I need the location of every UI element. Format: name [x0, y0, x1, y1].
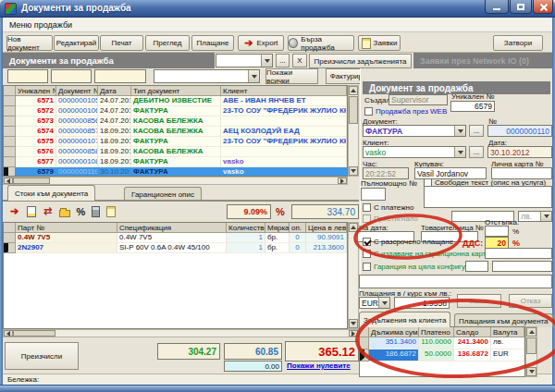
unique-number-field: 6579 [450, 101, 495, 112]
edit-item-icon[interactable] [24, 204, 38, 218]
proxy-field[interactable] [361, 188, 386, 201]
items-hscrollbar[interactable] [3, 329, 359, 337]
docs-hscrollbar[interactable] [3, 177, 348, 185]
item-row[interactable]: 0.4W 7V50.4W 7V51бр.090.9091 [4, 233, 347, 243]
documents-table: Уникален № Документ № Дата Тип документ … [3, 85, 348, 177]
time-field: 20:22:52 [363, 167, 409, 179]
client-combo[interactable]: vasko [363, 146, 466, 158]
document-type-combo[interactable]: ФАКТУРА [363, 125, 466, 137]
payment-order-checkbox[interactable]: С платежно [363, 203, 413, 212]
tab-items[interactable]: Стоки към документа [7, 185, 95, 201]
new-document-button[interactable]: Нов документ [6, 35, 53, 51]
minimize-icon [493, 8, 500, 10]
arrived-checkbox: Пристигнало [363, 214, 418, 223]
table-row[interactable]: 6572000000010624.07.2012ФАКТУРА23-ТО СОУ… [4, 106, 347, 116]
debt-row[interactable]: 351.3400110.0000241.3400лв. [360, 337, 524, 349]
chevron-down-icon [378, 298, 389, 308]
debts-vscrollbar[interactable] [525, 326, 537, 377]
vat-total-box: 60.85 [224, 343, 282, 360]
discount-field[interactable] [485, 226, 509, 237]
scroll-left-icon [4, 330, 13, 337]
filter-input-2[interactable] [51, 69, 92, 83]
row-indicator-icon [360, 349, 364, 361]
exchange-rate-field[interactable]: 1.9558 [394, 297, 450, 309]
filter-input-1[interactable] [7, 69, 48, 83]
minimize-button[interactable] [485, 0, 509, 14]
warranty-note-field[interactable] [492, 261, 552, 272]
table-row[interactable]: 6571000000010524.07.2012ДЕБИТНО ИЗВЕСТИЕ… [4, 96, 347, 106]
free-text-area[interactable] [424, 186, 552, 208]
corner-cell [360, 327, 369, 337]
debts-table-header: Дължима сума Платено Салдо Валута [360, 327, 524, 337]
installment-checkbox[interactable]: С разсрочено плащане [363, 238, 453, 246]
warranty-months-field[interactable] [465, 261, 488, 272]
chevron-down-icon[interactable] [248, 70, 259, 82]
warranty-card-checkbox[interactable]: С издаване на гаранционна карта № [363, 250, 500, 258]
items-table: Парт № Спецификация Количество Мярка оп.… [3, 222, 348, 329]
quick-sale-button[interactable]: Бърза продажба [288, 35, 354, 51]
filter-input-3[interactable] [94, 69, 146, 83]
client-more-button[interactable]: ... [469, 146, 484, 158]
checked-checkbox-icon [363, 238, 371, 246]
docs-vscrollbar[interactable] [348, 85, 359, 177]
item-row-selected[interactable]: 2N2907SI-P 60V 0.6A 0.4W 45/1001бр.0213.… [4, 243, 347, 253]
tab-client-debts[interactable]: Задължения на клиента [359, 312, 450, 327]
discount-icon[interactable] [74, 204, 88, 218]
tab-warranty[interactable]: Гаранционен опис [124, 187, 202, 201]
app-window: Документи за продажба Меню продажби Нов … [0, 0, 555, 392]
warranty-card-field[interactable] [485, 248, 552, 259]
open-folder-icon[interactable] [57, 204, 71, 218]
date-field[interactable]: 30.10.2012 [487, 146, 552, 158]
orders-icon [362, 38, 371, 49]
table-row-selected[interactable]: 6579000000011030.10.2012ФАКТУРАvasko [4, 167, 347, 177]
tab-document-payments[interactable]: Плащания към документа [454, 313, 553, 327]
chevron-down-icon[interactable] [261, 55, 272, 67]
filter-more-button[interactable]: ... [276, 54, 290, 67]
proxy-label: Пълномощно № [361, 179, 417, 188]
edit-button[interactable]: Редактирай [54, 35, 99, 51]
currency-lv-combo[interactable]: лв. [518, 211, 552, 222]
document-more-button[interactable]: ... [469, 125, 484, 137]
note-label: Бележка: [7, 375, 39, 384]
corner-cell [4, 223, 16, 233]
debt-row-selected[interactable]: 186.687250.0000136.6872EUR [360, 349, 524, 361]
maximize-button[interactable] [510, 0, 532, 14]
close-app-button[interactable]: Затвори [493, 35, 543, 51]
payment-button[interactable]: Плащане [191, 35, 234, 51]
table-row[interactable]: 6575000000010718.09.2012ФАКТУРА23-ТО СОУ… [4, 137, 347, 147]
table-row[interactable]: 6573000000085624.07.2012КАСОВА БЕЛЕЖКА [4, 116, 347, 127]
client-filter-combo[interactable] [154, 69, 260, 83]
recalculate-button[interactable]: Преизчисли [5, 342, 79, 370]
scroll-down-icon [526, 367, 536, 376]
note-icon[interactable] [104, 204, 117, 218]
export-icon [243, 36, 253, 50]
calculator-icon[interactable] [89, 204, 103, 218]
filter-clear-button[interactable]: X [292, 54, 307, 67]
menu-bar: Меню продажби [3, 18, 552, 32]
show-all-button[interactable]: Покажи всички [265, 68, 318, 84]
table-row[interactable]: 6576000000085818.09.2012КАСОВА БЕЛЕЖКА [4, 147, 347, 157]
orders-button[interactable]: Заявки [358, 35, 401, 51]
web-sale-checkbox[interactable]: Продажба през WEB [364, 107, 447, 116]
preview-button[interactable]: Преглед [145, 35, 190, 51]
docs-section-header: Документи за продажба [3, 53, 215, 68]
table-row[interactable]: 6577000000010818.09.2012ФАКТУРАvasko [4, 157, 347, 167]
recalc-debts-button[interactable]: Преизчисли задълженията [309, 54, 412, 68]
chevron-down-icon [540, 212, 551, 221]
currency-combo[interactable]: EUR [359, 297, 390, 309]
close-button[interactable] [533, 0, 553, 14]
corner-cell [4, 86, 16, 96]
print-button[interactable]: Печат [100, 35, 143, 51]
add-item-icon[interactable] [7, 204, 21, 218]
maximize-icon [517, 4, 524, 10]
scroll-right-icon [338, 178, 347, 184]
docs-filter-combo[interactable] [216, 54, 273, 67]
scroll-right-icon [349, 330, 358, 337]
close-icon [539, 3, 548, 11]
export-button[interactable]: Export [238, 35, 284, 51]
menu-item-sales[interactable]: Меню продажби [9, 20, 72, 30]
table-row[interactable]: 6574000000085718.09.2012КАСОВА БЕЛЕЖКААЕ… [4, 127, 347, 137]
warranty-wide-field[interactable] [359, 275, 552, 288]
transfer-item-icon[interactable] [41, 204, 55, 218]
show-zero-link[interactable]: Покажи нулевите [287, 361, 351, 370]
